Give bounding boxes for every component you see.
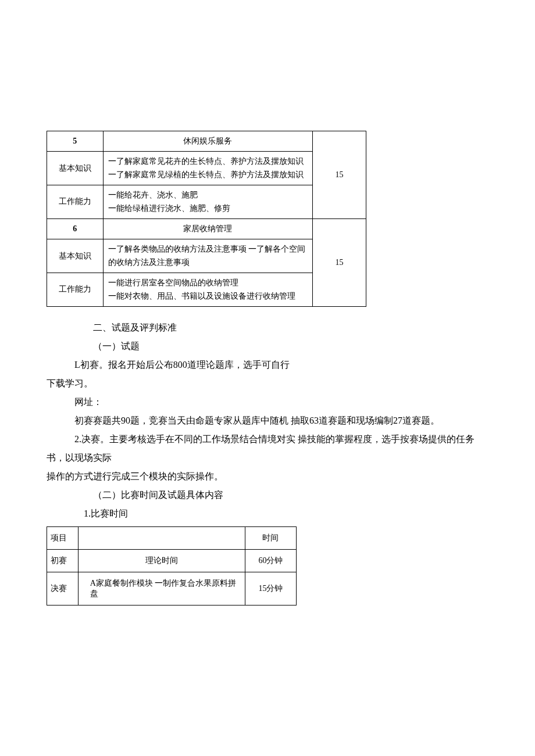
row-label: 基本知识: [47, 239, 104, 273]
row-label: 基本知识: [47, 152, 104, 185]
header-cell: 项目: [47, 526, 79, 549]
cell: 决赛: [47, 572, 79, 605]
section-title: 休闲娱乐服务: [103, 131, 313, 152]
paragraph: 网址：: [47, 393, 488, 411]
cell: 60分钟: [245, 549, 296, 572]
paragraph: 下载学习。: [47, 374, 488, 393]
table-row: 5 休闲娱乐服务 15: [47, 131, 366, 152]
competency-table: 5 休闲娱乐服务 15 基本知识 一了解家庭常见花卉的生长特点、养护方法及摆放知…: [47, 131, 366, 307]
paragraph: 2.决赛。主要考核选手在不同的工作场景结合情境对实 操技能的掌握程度，选手按赛场…: [47, 430, 488, 467]
section-score: 15: [313, 131, 366, 219]
cell: 理论时间: [78, 549, 245, 572]
paragraph: 操作的方式进行完成三个模块的实际操作。: [47, 467, 488, 486]
cell: 初赛: [47, 549, 79, 572]
row-content: 一了解各类物品的收纳方法及注意事项 一了解各个空间的收纳方法及注意事项: [103, 239, 313, 273]
document-page: 5 休闲娱乐服务 15 基本知识 一了解家庭常见花卉的生长特点、养护方法及摆放知…: [0, 0, 535, 652]
schedule-table: 项目 时间 初赛 理论时间 60分钟 决赛 A家庭餐制作模块 一制作复合水果原料…: [47, 526, 297, 605]
section-number: 5: [47, 131, 104, 152]
table-row: 项目 时间: [47, 526, 297, 549]
row-content: 一能给花卉、浇水、施肥 一能给绿植进行浇水、施肥、修剪: [103, 185, 313, 219]
header-cell: 时间: [245, 526, 296, 549]
heading-4: 1.比赛时间: [47, 504, 488, 523]
heading-2: 二、试题及评判标准: [47, 318, 488, 337]
cell: A家庭餐制作模块 一制作复合水果原料拼盘: [78, 572, 245, 605]
row-content: 一了解家庭常见花卉的生长特点、养护方法及摆放知识 一了解家庭常见绿植的生长特点、…: [103, 152, 313, 185]
header-cell: [78, 526, 245, 549]
paragraph: 初赛赛题共90题，竞赛当天由命题专家从题库中随机 抽取63道赛题和现场编制27道…: [47, 411, 488, 430]
table-row: 初赛 理论时间 60分钟: [47, 549, 297, 572]
section-title: 家居收纳管理: [103, 218, 313, 239]
row-content: 一能进行居室各空间物品的收纳管理 一能对衣物、用品、书籍以及设施设备进行收纳管理: [103, 273, 313, 307]
section-score: 15: [313, 218, 366, 306]
table-row: 6 家居收纳管理 15: [47, 218, 366, 239]
row-label: 工作能力: [47, 273, 104, 307]
row-label: 工作能力: [47, 185, 104, 219]
table-row: 决赛 A家庭餐制作模块 一制作复合水果原料拼盘 15分钟: [47, 572, 297, 605]
section-number: 6: [47, 218, 104, 239]
paragraph: L初赛。报名开始后公布800道理论题库，选手可自行: [47, 356, 488, 374]
heading-3: （二）比赛时间及试题具体内容: [47, 486, 488, 504]
heading-3: （一）试题: [47, 337, 488, 356]
cell: 15分钟: [245, 572, 296, 605]
